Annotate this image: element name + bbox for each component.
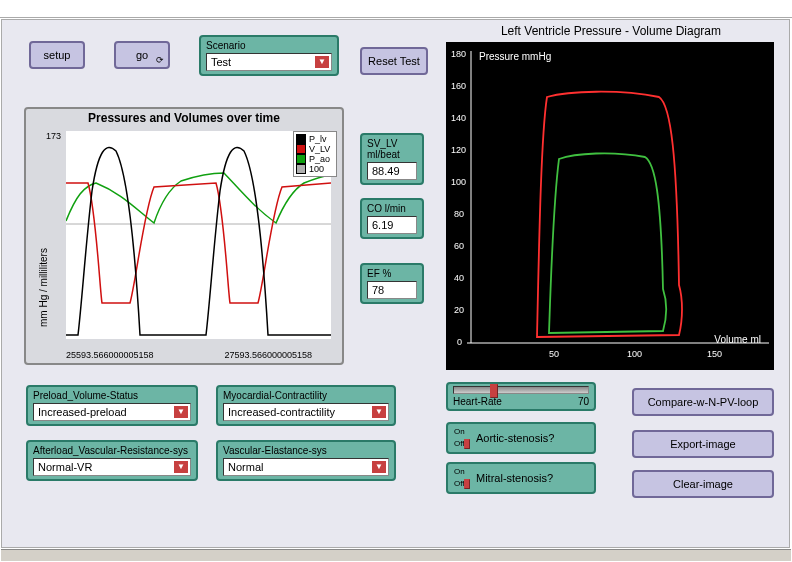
aortic-switch-label: Aortic-stenosis? <box>476 432 554 444</box>
go-forever-icon: ⟳ <box>156 55 164 65</box>
elastance-chooser[interactable]: Vascular-Elastance-sys Normal ▼ <box>216 440 396 481</box>
svg-text:60: 60 <box>454 241 464 251</box>
afterload-title: Afterload_Vascular-Resistance-sys <box>33 445 191 456</box>
pv-plot-title: Left Ventricle Pressure - Volume Diagram <box>446 24 776 38</box>
afterload-value[interactable]: Normal-VR ▼ <box>33 458 191 476</box>
slider-track[interactable] <box>453 386 589 394</box>
time-plot-xmin: 25593.566000005158 <box>66 350 154 360</box>
chevron-down-icon[interactable]: ▼ <box>372 406 386 418</box>
switch-knob[interactable] <box>464 439 470 449</box>
preload-title: Preload_Volume-Status <box>33 390 191 401</box>
ef-monitor-title: EF % <box>367 268 417 279</box>
svg-text:120: 120 <box>451 145 466 155</box>
time-plot: Pressures and Volumes over time 173 mm H… <box>24 107 344 365</box>
svg-text:80: 80 <box>454 209 464 219</box>
time-plot-ylabel: mm Hg / milliliters <box>38 248 49 327</box>
preload-chooser[interactable]: Preload_Volume-Status Increased-preload … <box>26 385 198 426</box>
svg-text:140: 140 <box>451 113 466 123</box>
preload-value[interactable]: Increased-preload ▼ <box>33 403 191 421</box>
contractility-chooser[interactable]: Myocardial-Contractility Increased-contr… <box>216 385 396 426</box>
go-button[interactable]: go ⟳ <box>114 41 170 69</box>
time-plot-legend: P_lv V_LV P_ao 100 <box>293 131 337 177</box>
go-label: go <box>136 49 148 61</box>
export-image-button[interactable]: Export-image <box>632 430 774 458</box>
reset-test-button[interactable]: Reset Test <box>360 47 428 75</box>
mitral-switch[interactable]: On Off Mitral-stenosis? <box>446 462 596 494</box>
chevron-down-icon[interactable]: ▼ <box>315 56 329 68</box>
time-plot-svg <box>66 131 331 339</box>
time-plot-canvas <box>66 131 331 339</box>
co-monitor-value: 6.19 <box>367 216 417 234</box>
svg-text:160: 160 <box>451 81 466 91</box>
time-plot-ymax: 173 <box>46 131 61 141</box>
aortic-switch[interactable]: On Off Aortic-stenosis? <box>446 422 596 454</box>
svg-text:50: 50 <box>549 349 559 359</box>
sv-monitor: SV_LV ml/beat 88.49 <box>360 133 424 185</box>
slider-thumb[interactable] <box>490 384 498 398</box>
svg-text:100: 100 <box>627 349 642 359</box>
afterload-chooser[interactable]: Afterload_Vascular-Resistance-sys Normal… <box>26 440 198 481</box>
heart-rate-value: 70 <box>578 396 589 407</box>
pv-plot-world: 180 160 140 120 100 80 60 40 20 0 50 100… <box>446 42 774 370</box>
elastance-title: Vascular-Elastance-sys <box>223 445 389 456</box>
pv-ylabel: Pressure mmHg <box>479 51 551 62</box>
heart-rate-slider[interactable]: Heart-Rate 70 <box>446 382 596 411</box>
ef-monitor: EF % 78 <box>360 263 424 304</box>
svg-text:40: 40 <box>454 273 464 283</box>
svg-text:100: 100 <box>451 177 466 187</box>
time-plot-title: Pressures and Volumes over time <box>26 109 342 127</box>
switch-toggle[interactable]: On Off <box>452 426 470 450</box>
svg-text:180: 180 <box>451 49 466 59</box>
svg-text:0: 0 <box>457 337 462 347</box>
sv-monitor-value: 88.49 <box>367 162 417 180</box>
time-plot-xmax: 27593.566000005158 <box>224 350 312 360</box>
window-title <box>0 0 792 18</box>
contractility-title: Myocardial-Contractility <box>223 390 389 401</box>
switch-knob[interactable] <box>464 479 470 489</box>
contractility-value[interactable]: Increased-contractility ▼ <box>223 403 389 421</box>
elastance-value[interactable]: Normal ▼ <box>223 458 389 476</box>
co-monitor-title: CO l/min <box>367 203 417 214</box>
pv-plot-svg: 180 160 140 120 100 80 60 40 20 0 50 100… <box>449 45 771 367</box>
pv-xlabel: Volume ml <box>714 334 761 345</box>
main-panel: setup go ⟳ Scenario Test ▼ Reset Test Pr… <box>1 19 790 548</box>
setup-button[interactable]: setup <box>29 41 85 69</box>
mitral-switch-label: Mitral-stenosis? <box>476 472 553 484</box>
compare-button[interactable]: Compare-w-N-PV-loop <box>632 388 774 416</box>
svg-text:150: 150 <box>707 349 722 359</box>
ef-monitor-value: 78 <box>367 281 417 299</box>
svg-text:20: 20 <box>454 305 464 315</box>
scenario-chooser-title: Scenario <box>206 40 332 51</box>
status-bar <box>1 549 791 561</box>
scenario-chooser[interactable]: Scenario Test ▼ <box>199 35 339 76</box>
scenario-chooser-value[interactable]: Test ▼ <box>206 53 332 71</box>
chevron-down-icon[interactable]: ▼ <box>174 406 188 418</box>
chevron-down-icon[interactable]: ▼ <box>372 461 386 473</box>
co-monitor: CO l/min 6.19 <box>360 198 424 239</box>
sv-monitor-title: SV_LV ml/beat <box>367 138 417 160</box>
clear-image-button[interactable]: Clear-image <box>632 470 774 498</box>
switch-toggle[interactable]: On Off <box>452 466 470 490</box>
chevron-down-icon[interactable]: ▼ <box>174 461 188 473</box>
